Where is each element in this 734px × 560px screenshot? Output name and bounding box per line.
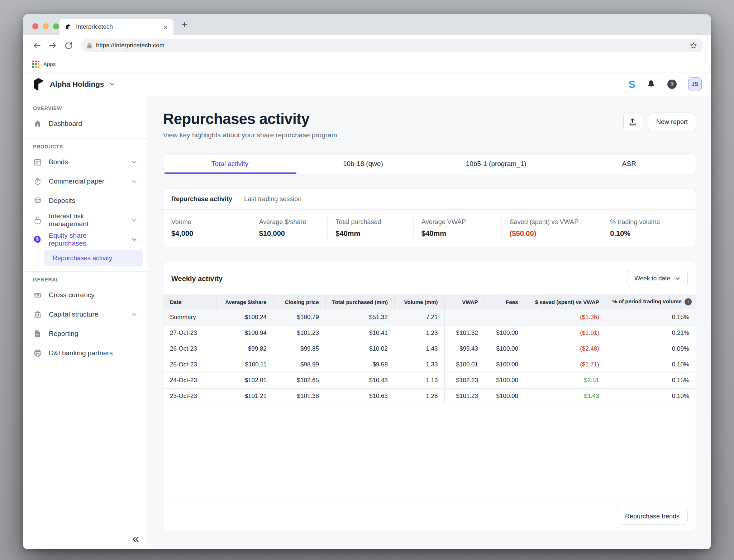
back-icon[interactable] — [31, 39, 43, 52]
stat-label: Total purchased — [335, 218, 410, 226]
company-switcher[interactable]: Alpha Holdings — [32, 77, 116, 92]
browser-toolbar: https://Interpricetech.com — [23, 35, 711, 56]
page-title: Repurchases activity — [163, 110, 339, 128]
brand-s-logo[interactable]: S — [628, 78, 635, 90]
stat-value: ($50.00) — [510, 229, 599, 238]
table-row[interactable]: 25-Oct-23 $100.11 $98.99 $9.58 1.33 $100… — [163, 357, 696, 372]
stat-value: $40mm — [335, 229, 410, 238]
new-tab-button[interactable]: + — [181, 20, 187, 30]
tab-asr[interactable]: ASR — [563, 154, 696, 174]
card-subtitle: Last trading session — [244, 195, 301, 203]
sidebar-collapse-icon[interactable]: « — [132, 532, 139, 544]
sidebar-item-label: Interest risk management — [49, 212, 124, 228]
lock-open-icon — [33, 215, 42, 225]
sidebar-item-label: Dashboard — [49, 120, 82, 128]
sidebar-item-reporting[interactable]: Reporting — [23, 324, 147, 343]
sidebar: OVERVIEW Dashboard PRODUCTS Bonds — [23, 96, 147, 549]
sidebar-item-interest-risk-management[interactable]: Interest risk management — [23, 210, 147, 230]
table-row[interactable]: 24-Oct-23 $102.01 $102.65 $10.43 1.13 $1… — [163, 372, 696, 388]
sidebar-item-capital-structure[interactable]: Capital structure — [23, 305, 147, 324]
chevron-down-icon — [675, 275, 681, 282]
sidebar-item-label: Bonds — [49, 158, 68, 166]
sidebar-divider — [23, 271, 147, 272]
stat-saved-vs-vwap: Saved (spent) vs VWAP ($50.00) — [501, 218, 602, 238]
globe-icon — [33, 348, 42, 358]
maximize-window-button[interactable] — [53, 23, 59, 29]
company-logo-icon — [32, 77, 45, 92]
table-row[interactable]: 26-Oct-23 $99.82 $99.85 $10.02 1.43 $99.… — [163, 341, 696, 357]
currency-exchange-icon — [33, 290, 42, 300]
col-fees[interactable]: Fees — [485, 294, 525, 309]
col-total-purchased[interactable]: Total purchased (mm) — [325, 294, 394, 309]
export-button[interactable] — [623, 113, 642, 131]
home-icon — [33, 119, 42, 128]
table-row[interactable]: 23-Oct-23 $101.21 $101.38 $10.63 1.28 $1… — [163, 388, 696, 404]
sidebar-section-products: PRODUCTS — [23, 144, 147, 150]
repurchase-trends-button[interactable]: Repurchase trends — [617, 508, 688, 525]
sidebar-item-cross-currency[interactable]: Cross currency — [23, 285, 147, 305]
table-empty-area — [163, 404, 696, 503]
col-date[interactable]: Date — [163, 294, 216, 309]
col-volume[interactable]: Volume (mm) — [394, 294, 444, 309]
tab-10b5-1[interactable]: 10b5-1 (program_1) — [430, 154, 563, 174]
program-tabs: Total activity 10b-18 (qwe) 10b5-1 (prog… — [163, 153, 696, 174]
sidebar-item-label: Commercial paper — [49, 177, 104, 185]
tab-title: Interpricetech — [76, 23, 159, 30]
svg-text:$: $ — [36, 237, 39, 242]
sidebar-item-dashboard[interactable]: Dashboard — [23, 114, 147, 133]
help-icon[interactable]: ? — [667, 80, 677, 89]
new-report-button[interactable]: New report — [648, 113, 696, 131]
tab-close-icon[interactable]: × — [163, 23, 168, 31]
address-bar[interactable]: https://Interpricetech.com — [81, 39, 703, 52]
sidebar-section-overview: OVERVIEW — [23, 105, 147, 111]
minimize-window-button[interactable] — [43, 23, 49, 29]
favicon-logo-icon — [65, 24, 72, 30]
table-row[interactable]: 27-Oct-23 $100.94 $101.23 $10.41 1.23 $1… — [163, 325, 696, 341]
sidebar-item-di-banking-partners[interactable]: D&I banking partners — [23, 343, 147, 363]
forward-icon[interactable] — [47, 39, 59, 52]
sidebar-item-label: Capital structure — [49, 310, 98, 318]
col-label: % of period trading volume — [613, 298, 682, 304]
apps-bookmark[interactable]: Apps — [43, 61, 56, 67]
sidebar-subitem-repurchases-activity[interactable]: Repurchases activity — [44, 250, 143, 266]
window-controls[interactable] — [32, 23, 59, 29]
user-avatar[interactable]: JS — [688, 77, 702, 91]
table-row-summary[interactable]: Summary $100.24 $100.79 $51.32 7.21 ($1.… — [163, 309, 696, 325]
page-subtitle: View key highlights about your share rep… — [163, 131, 339, 139]
stat-total-purchased: Total purchased $40mm — [327, 218, 413, 238]
col-vwap[interactable]: VWAP — [444, 294, 485, 309]
url-text: https://Interpricetech.com — [96, 42, 686, 49]
tab-total-activity[interactable]: Total activity — [163, 154, 296, 174]
main-content: Repurchases activity View key highlights… — [147, 96, 711, 549]
weekly-activity-table: Date Average $/share Closing price Total… — [163, 294, 696, 404]
reload-icon[interactable] — [62, 39, 75, 52]
col-pct-trading-volume[interactable]: % of period trading volumei — [606, 294, 696, 309]
tree-line — [38, 250, 38, 266]
stat-label: Average $/share — [259, 218, 324, 226]
repurchase-activity-card: Repurchase activity Last trading session… — [163, 189, 696, 247]
bookmark-star-icon[interactable] — [690, 42, 697, 49]
col-closing-price[interactable]: Closing price — [273, 294, 325, 309]
lock-icon — [87, 43, 92, 49]
sidebar-item-label: Deposits — [49, 197, 75, 205]
col-average-share[interactable]: Average $/share — [216, 294, 273, 309]
dollar-repurchase-icon: $ — [33, 235, 42, 244]
apps-grid-icon[interactable] — [32, 61, 39, 68]
close-window-button[interactable] — [32, 23, 38, 29]
sidebar-item-label: Reporting — [49, 330, 78, 338]
chevron-down-icon — [131, 236, 138, 243]
sidebar-item-equity-share-repurchases[interactable]: $ Equity share repurchases — [23, 230, 147, 249]
col-saved-vs-vwap[interactable]: $ saved (spent) vs VWAP — [525, 294, 606, 309]
chevron-down-icon — [109, 81, 116, 88]
tab-10b-18[interactable]: 10b-18 (qwe) — [296, 154, 429, 174]
calendar-icon — [33, 157, 42, 167]
chevron-down-icon — [131, 159, 138, 166]
sidebar-item-commercial-paper[interactable]: Commercial paper — [23, 172, 147, 191]
date-range-select[interactable]: Week to date — [628, 270, 688, 287]
notifications-bell-icon[interactable] — [647, 79, 656, 89]
info-icon[interactable]: i — [685, 298, 692, 305]
browser-tab[interactable]: Interpricetech × — [59, 19, 173, 35]
sidebar-item-deposits[interactable]: Deposits — [23, 191, 147, 210]
sidebar-item-bonds[interactable]: Bonds — [23, 152, 147, 172]
date-range-value: Week to date — [634, 275, 670, 282]
